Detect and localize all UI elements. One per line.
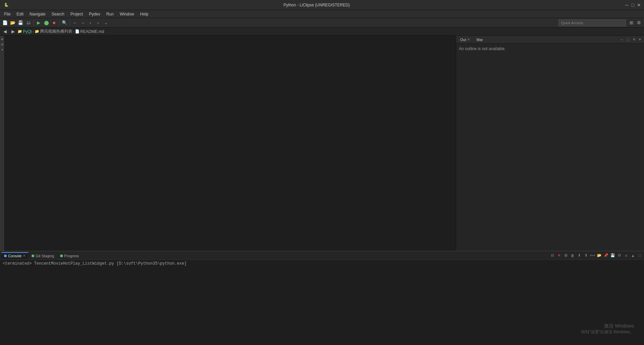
quick-access-label: Quick Access <box>561 21 583 25</box>
menu-search[interactable]: Search <box>49 10 67 18</box>
menu-edit[interactable]: Edit <box>14 10 26 18</box>
breadcrumb-part1[interactable]: PyQt <box>23 29 32 34</box>
right-panel-view-menu-btn[interactable]: ▾ <box>637 37 643 42</box>
bottom-panel: Console ✕ Git Staging Progress ⊟ ✕ <box>5 251 456 345</box>
outline-tab[interactable]: Out ✕ <box>457 37 473 42</box>
window-title: Python - LiClipse (UNREGISTERED) <box>9 3 625 7</box>
menu-run[interactable]: Run <box>104 10 116 18</box>
menu-window[interactable]: Window <box>117 10 137 18</box>
breadcrumb-icon-file: 📄 <box>75 29 80 34</box>
nav-left-btn[interactable]: ‹ <box>87 19 94 27</box>
outline-tab-label: Out <box>460 38 466 42</box>
bottom-tabs-bar: Console ✕ Git Staging Progress ⊟ ✕ <box>5 251 456 260</box>
git-staging-tab-label: Git Staging <box>36 254 54 258</box>
toolbar-sep-3 <box>70 20 70 26</box>
right-panel-tabs-left: Out ✕ Mar <box>457 37 486 42</box>
open-btn[interactable]: 📂 <box>9 19 16 27</box>
breadcrumb-part2[interactable]: 腾讯视频热播列表 <box>40 29 72 34</box>
window-controls: ─ □ ✕ <box>625 3 641 7</box>
bottom-tabs-left: Console ✕ Git Staging Progress <box>5 252 82 259</box>
stop-btn[interactable]: ■ <box>50 19 58 27</box>
right-panel-ctrl-btns: ─ □ ✕ ▾ <box>619 37 643 42</box>
editor-area: Console ✕ Git Staging Progress ⊟ ✕ <box>5 36 456 345</box>
git-dot <box>32 255 34 257</box>
menu-pydev[interactable]: Pydev <box>86 10 103 18</box>
breadcrumb-nav-back[interactable]: ◀ <box>1 28 9 35</box>
nav-down-btn[interactable]: ⌄ <box>102 19 110 27</box>
back-btn[interactable]: ← <box>71 19 79 27</box>
right-panel-tabs: Out ✕ Mar ─ □ ✕ ▾ <box>456 36 644 44</box>
save-btn[interactable]: 💾 <box>17 19 24 27</box>
right-panel-minimize-btn[interactable]: ─ <box>619 37 625 42</box>
activity-icon-1[interactable]: ◈ <box>0 37 4 41</box>
toolbar: 📄 📂 💾 🗂 ▶ ⬤ ■ 🔍 ← → ‹ › ⌄ Quick Access ⊞… <box>0 18 644 28</box>
maximize-button[interactable]: □ <box>631 3 635 7</box>
nav-right-btn[interactable]: › <box>94 19 102 27</box>
breadcrumb-icon-pyqt: 📁 <box>17 29 22 34</box>
markers-tab[interactable]: Mar <box>474 37 486 42</box>
toolbar-sep-2 <box>59 20 59 26</box>
progress-dot <box>60 255 63 257</box>
console-dot <box>5 255 7 257</box>
bottom-content[interactable]: <terminated> TencentMovieHotPlay_ListWid… <box>5 260 456 345</box>
breadcrumb-part3[interactable]: README.md <box>80 29 104 34</box>
progress-tab-label: Progress <box>64 254 79 258</box>
toolbar-sep-1 <box>33 20 34 26</box>
menu-bar: File Edit Navigate Search Project Pydev … <box>0 10 644 18</box>
breadcrumb-nav-fwd[interactable]: ▶ <box>9 28 17 35</box>
search-btn[interactable]: 🔍 <box>61 19 68 27</box>
console-terminated-text: <terminated> TencentMovieHotPlay_ListWid… <box>5 261 456 266</box>
quick-access-input[interactable]: Quick Access <box>559 20 626 26</box>
minimize-button[interactable]: ─ <box>625 3 629 7</box>
breadcrumb-bar: ◀ ▶ 📁 PyQt › 📁 腾讯视频热播列表 › 📄 README.md <box>0 28 644 36</box>
new-file-btn[interactable]: 📄 <box>1 19 9 27</box>
right-panel-close-btn[interactable]: ✕ <box>631 37 637 42</box>
right-panel-maximize-btn[interactable]: □ <box>625 37 631 42</box>
close-button[interactable]: ✕ <box>637 3 641 7</box>
title-bar: 🐍 Python - LiClipse (UNREGISTERED) ─ □ ✕ <box>0 0 644 10</box>
progress-tab[interactable]: Progress <box>57 252 82 259</box>
console-tab-close[interactable]: ✕ <box>23 254 26 258</box>
toolbar-extra-btn1[interactable]: ⊞ <box>628 19 635 27</box>
markers-tab-label: Mar <box>477 38 483 42</box>
breadcrumb-icon-folder: 📁 <box>35 29 39 34</box>
forward-btn[interactable]: → <box>79 19 86 27</box>
toolbar-extra-btn2[interactable]: ⚙ <box>635 19 643 27</box>
save-all-btn[interactable]: 🗂 <box>25 19 32 27</box>
outline-tab-close[interactable]: ✕ <box>467 38 470 41</box>
activity-icon-2[interactable]: ⊞ <box>0 42 4 46</box>
console-tab[interactable]: Console ✕ <box>5 252 28 259</box>
git-staging-tab[interactable]: Git Staging <box>29 252 56 259</box>
breadcrumb-sep1: › <box>33 29 34 34</box>
debug-btn[interactable]: ⬤ <box>43 19 50 27</box>
activity-icon-3[interactable]: ✦ <box>0 48 4 52</box>
breadcrumb-sep2: › <box>73 29 74 34</box>
run-btn[interactable]: ▶ <box>35 19 42 27</box>
menu-file[interactable]: File <box>1 10 13 18</box>
outline-message: An outline is not available. <box>459 46 506 51</box>
menu-project[interactable]: Project <box>68 10 85 18</box>
main-layout: ◈ ⊞ ✦ Console ✕ Git Staging <box>0 36 644 345</box>
menu-help[interactable]: Help <box>137 10 151 18</box>
menu-navigate[interactable]: Navigate <box>27 10 48 18</box>
console-tab-label: Console <box>8 254 22 258</box>
